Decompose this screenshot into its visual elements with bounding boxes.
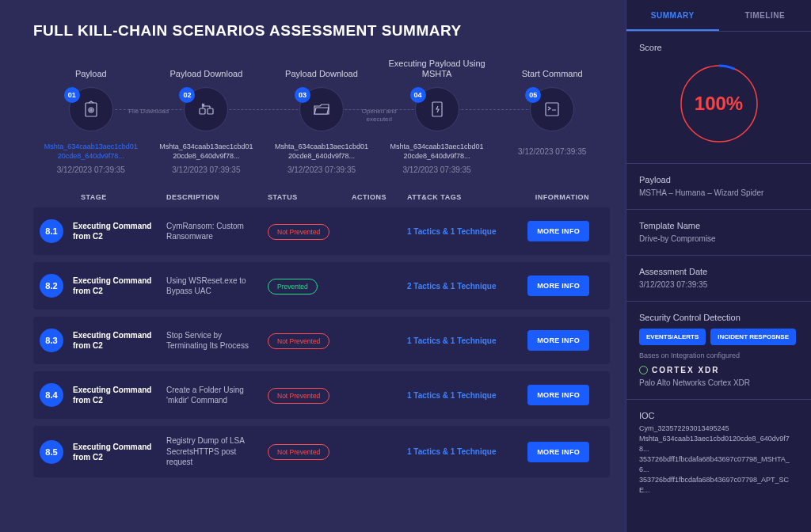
scd-note: Bases on Integration configured bbox=[639, 352, 798, 359]
step-number-badge: 01 bbox=[64, 87, 80, 103]
status-pill: Not Prevented bbox=[268, 444, 329, 460]
th-info: INFORMATION bbox=[518, 193, 589, 201]
step-date: 3/12/2023 07:39:35 bbox=[518, 147, 586, 156]
tags-cell[interactable]: 2 Tactics & 1 Technique bbox=[407, 282, 518, 291]
score-label: Score bbox=[639, 43, 798, 52]
date-value: 3/12/2023 07:39:35 bbox=[639, 279, 798, 290]
template-section: Template Name Drive-by Compromise bbox=[626, 210, 811, 256]
tags-cell[interactable]: 1 Tactics & 1 Technique bbox=[407, 391, 518, 400]
kill-chain-steps: Payload 01 File Download Mshta_634caab13… bbox=[33, 59, 610, 174]
ioc-item: Cym_323572293013495245 bbox=[639, 424, 798, 434]
ioc-label: IOC bbox=[639, 411, 798, 420]
date-label: Assessment Date bbox=[639, 267, 798, 276]
more-info-button[interactable]: MORE INFO bbox=[527, 442, 589, 462]
th-tags: ATT&CK TAGS bbox=[407, 193, 518, 201]
ioc-item: 353726bdff1fbcdafa68b43697c07798_APT_SCE… bbox=[639, 475, 798, 496]
status-pill: Not Prevented bbox=[268, 388, 329, 404]
ioc-section: IOC Cym_323572293013495245Mshta_634caab1… bbox=[626, 400, 811, 507]
step-01[interactable]: Payload 01 File Download Mshta_634caab13… bbox=[33, 59, 149, 174]
desc-cell: Registry Dump of LSA SecretsHTTPS post r… bbox=[166, 435, 268, 468]
step-date: 3/12/2023 07:39:35 bbox=[172, 165, 240, 174]
svg-rect-2 bbox=[200, 108, 205, 114]
cortex-logo: CORTEX XDR bbox=[639, 366, 798, 374]
status-pill: Not Prevented bbox=[268, 224, 329, 240]
payload-value: MSTHA – Humana – Wizard Spider bbox=[639, 188, 798, 198]
desc-cell: CymRansom: Custom Ransomware bbox=[166, 221, 268, 242]
cortex-icon bbox=[639, 366, 648, 374]
main-panel: FULL KILL-CHAIN SCENARIOS ASSESSMENT SUM… bbox=[0, 0, 626, 532]
tab-timeline[interactable]: TIMELINE bbox=[719, 0, 812, 31]
table-row: 8.1 Executing Command from C2 CymRansom:… bbox=[33, 207, 610, 255]
chip-incident[interactable]: INCIDENT RESPOSNSE bbox=[710, 329, 796, 345]
stage-text: Executing Command from C2 bbox=[73, 330, 166, 351]
step-label: Payload Download bbox=[285, 59, 358, 79]
step-file: Mshta_634caab13aec1cbd0120cde8_640dv9f78… bbox=[390, 142, 485, 161]
step-03[interactable]: Payload Download 03 Opened and executed … bbox=[264, 59, 379, 174]
table-row: 8.2 Executing Command from C2 Using WSRe… bbox=[33, 262, 610, 310]
template-value: Drive-by Compromise bbox=[639, 234, 798, 244]
ioc-list: Cym_323572293013495245Mshta_634caab13aec… bbox=[639, 424, 798, 496]
payload-label: Payload bbox=[639, 175, 798, 184]
tags-cell[interactable]: 1 Tactics & 1 Technique bbox=[407, 447, 518, 456]
right-sidebar: SUMMARY TIMELINE Score 100% Payload MSTH… bbox=[626, 0, 811, 532]
status-pill: Prevented bbox=[268, 279, 318, 294]
table-row: 8.4 Executing Command from C2 Create a F… bbox=[33, 371, 610, 419]
status-pill: Not Prevented bbox=[268, 333, 329, 349]
ioc-item: Mshta_634caab13aec1cbd0120cde8_640dv9f78… bbox=[639, 434, 798, 454]
cortex-text: CORTEX XDR bbox=[652, 366, 720, 374]
stage-badge: 8.1 bbox=[40, 219, 63, 243]
score-value: 100% bbox=[676, 60, 763, 147]
stage-text: Executing Command from C2 bbox=[73, 221, 166, 241]
more-info-button[interactable]: MORE INFO bbox=[527, 330, 589, 351]
step-date: 3/12/2023 07:39:35 bbox=[57, 165, 125, 174]
table-row: 8.3 Executing Command from C2 Stop Servi… bbox=[33, 317, 610, 364]
step-file: Mshta_634caab13aec1cbd0120cde8_640dv9f78… bbox=[44, 142, 139, 161]
step-file: Mshta_634caab13aec1cbd0120cde8_640dv9f78… bbox=[274, 142, 369, 161]
more-info-button[interactable]: MORE INFO bbox=[527, 221, 589, 241]
more-info-button[interactable]: MORE INFO bbox=[527, 385, 589, 405]
step-02[interactable]: Payload Download 02 Mshta_634caab13aec1c… bbox=[149, 59, 265, 174]
step-number-badge: 04 bbox=[410, 87, 426, 103]
scd-section: Security Control Detection EVENTS/ALERTS… bbox=[626, 302, 811, 400]
score-ring: 100% bbox=[676, 60, 763, 147]
chip-events[interactable]: EVENTS/ALERTS bbox=[639, 329, 706, 345]
right-tabs: SUMMARY TIMELINE bbox=[626, 0, 811, 32]
desc-cell: Using WSReset.exe to Bypass UAC bbox=[166, 276, 268, 297]
stage-badge: 8.3 bbox=[40, 329, 63, 352]
date-section: Assessment Date 3/12/2023 07:39:35 bbox=[626, 256, 811, 302]
step-date: 3/12/2023 07:39:35 bbox=[402, 165, 470, 174]
step-label: Executing Payload Using MSHTA bbox=[379, 59, 495, 79]
th-status: STATUS bbox=[268, 193, 352, 201]
desc-cell: Create a Folder Using 'mkdir' Command bbox=[166, 385, 268, 406]
step-file: Mshta_634caab13aec1cbd0120cde8_640dv9f78… bbox=[158, 142, 253, 161]
table-header: STAGE DESCRIPTION STATUS ACTIONS ATT&CK … bbox=[33, 193, 610, 207]
page-title: FULL KILL-CHAIN SCENARIOS ASSESSMENT SUM… bbox=[33, 22, 610, 40]
step-04[interactable]: Executing Payload Using MSHTA 04 Mshta_6… bbox=[379, 59, 495, 174]
step-05[interactable]: Start Command 05 3/12/2023 07:39:35 bbox=[494, 59, 610, 174]
th-desc: DESCRIPTION bbox=[166, 193, 268, 201]
step-label: Payload bbox=[75, 59, 107, 79]
step-label: Payload Download bbox=[170, 59, 243, 79]
scd-label: Security Control Detection bbox=[639, 313, 798, 322]
stage-text: Executing Command from C2 bbox=[73, 276, 166, 296]
stage-text: Executing Command from C2 bbox=[73, 385, 166, 405]
tags-cell[interactable]: 1 Tactics & 1 Technique bbox=[407, 227, 518, 236]
template-label: Template Name bbox=[639, 221, 798, 230]
stage-badge: 8.4 bbox=[40, 383, 63, 407]
tags-cell[interactable]: 1 Tactics & 1 Technique bbox=[407, 336, 518, 345]
th-stage: STAGE bbox=[40, 193, 166, 201]
more-info-button[interactable]: MORE INFO bbox=[527, 276, 589, 296]
payload-section: Payload MSTHA – Humana – Wizard Spider bbox=[626, 164, 811, 210]
svg-rect-5 bbox=[546, 103, 558, 116]
step-date: 3/12/2023 07:39:35 bbox=[287, 165, 356, 174]
svg-rect-3 bbox=[208, 108, 213, 114]
stage-text: Executing Command from C2 bbox=[73, 442, 166, 462]
ioc-item: 353726bdff1fbcdafa68b43697c07798_MSHTA_6… bbox=[639, 454, 798, 475]
table-row: 8.5 Executing Command from C2 Registry D… bbox=[33, 426, 610, 477]
th-actions: ACTIONS bbox=[352, 193, 407, 201]
tab-summary[interactable]: SUMMARY bbox=[626, 0, 719, 31]
table-body: 8.1 Executing Command from C2 CymRansom:… bbox=[33, 207, 610, 477]
stage-badge: 8.5 bbox=[40, 440, 63, 464]
step-number-badge: 03 bbox=[295, 87, 310, 103]
step-label: Start Command bbox=[522, 59, 583, 79]
